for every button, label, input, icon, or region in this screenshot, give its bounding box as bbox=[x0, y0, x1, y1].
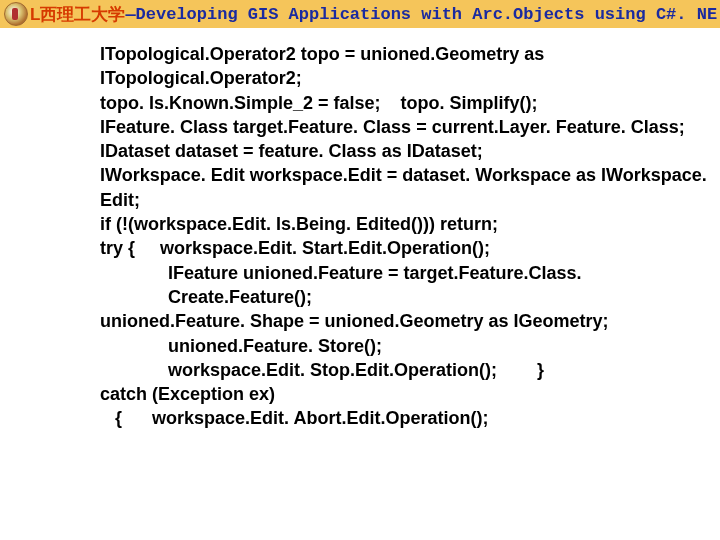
university-logo-icon bbox=[4, 2, 28, 26]
code-line: workspace.Edit. Stop.Edit.Operation(); } bbox=[100, 358, 710, 382]
code-line: IFeature. Class target.Feature. Class = … bbox=[100, 115, 710, 139]
code-line: try { workspace.Edit. Start.Edit.Operati… bbox=[100, 236, 710, 260]
header-en: Developing GIS Applications with Arc.Obj… bbox=[136, 5, 718, 24]
code-line: IFeature unioned.Feature = target.Featur… bbox=[100, 261, 710, 310]
code-line: catch (Exception ex) bbox=[100, 382, 710, 406]
code-block: ITopological.Operator2 topo = unioned.Ge… bbox=[0, 28, 720, 431]
slide-header: L西理工大学 — Developing GIS Applications wit… bbox=[0, 0, 720, 28]
header-cn: L西理工大学 bbox=[30, 3, 125, 26]
code-line: IDataset dataset = feature. Class as IDa… bbox=[100, 139, 710, 163]
code-line: IWorkspace. Edit workspace.Edit = datase… bbox=[100, 163, 710, 212]
code-line: { workspace.Edit. Abort.Edit.Operation()… bbox=[100, 406, 710, 430]
code-line: ITopological.Operator2 topo = unioned.Ge… bbox=[100, 42, 710, 91]
code-line: if (!(workspace.Edit. Is.Being. Edited()… bbox=[100, 212, 710, 236]
code-line: unioned.Feature. Shape = unioned.Geometr… bbox=[100, 309, 710, 333]
code-line: topo. Is.Known.Simple_2 = false; topo. S… bbox=[100, 91, 710, 115]
header-sep: — bbox=[125, 5, 135, 24]
code-line: unioned.Feature. Store(); bbox=[100, 334, 710, 358]
